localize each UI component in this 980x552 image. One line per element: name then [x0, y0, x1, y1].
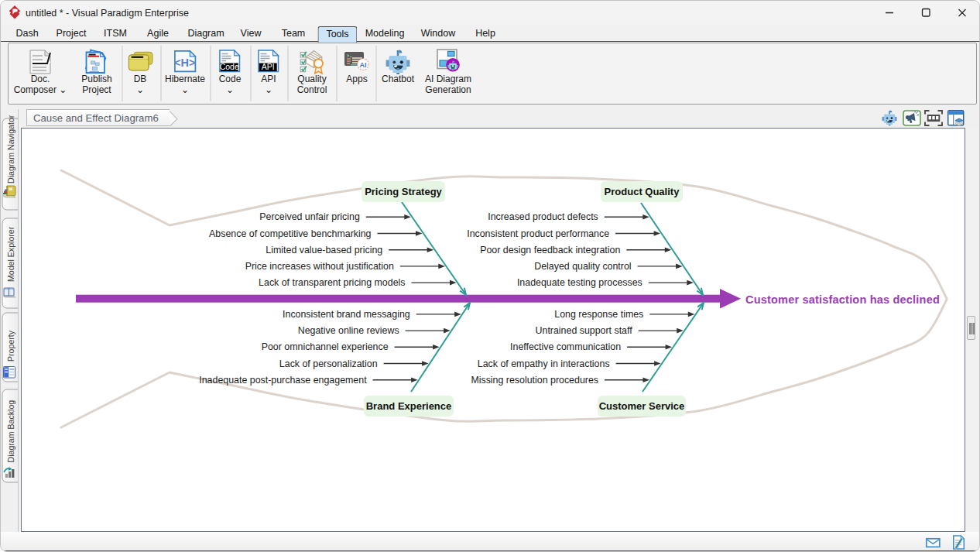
svg-text:Inadequate post-purchase engag: Inadequate post-purchase engagement	[199, 375, 367, 386]
svg-text:Increased product defects: Increased product defects	[488, 211, 598, 222]
svg-text:Ineffective communication: Ineffective communication	[510, 341, 621, 352]
svg-text:Customer Service: Customer Service	[599, 400, 685, 412]
svg-text:Inadequate testing processes: Inadequate testing processes	[517, 277, 642, 288]
svg-text:Long response times: Long response times	[554, 309, 643, 320]
svg-text:Lack of personalization: Lack of personalization	[279, 358, 378, 369]
svg-text:Product Quality: Product Quality	[605, 186, 680, 197]
svg-text:Poor design feedback integrati: Poor design feedback integration	[480, 245, 620, 255]
svg-text:Pricing Strategy: Pricing Strategy	[365, 186, 442, 197]
svg-text:Inconsistent brand messaging: Inconsistent brand messaging	[283, 309, 410, 320]
svg-text:Lack of empathy in interaction: Lack of empathy in interactions	[478, 358, 610, 369]
svg-text:Delayed quality control: Delayed quality control	[534, 261, 631, 272]
svg-text:Customer satisfaction has decl: Customer satisfaction has declined	[745, 293, 940, 306]
svg-text:Lack of transparent pricing mo: Lack of transparent pricing models	[259, 277, 405, 288]
svg-text:Brand Experience: Brand Experience	[366, 400, 452, 412]
svg-text:Poor omnichannel experience: Poor omnichannel experience	[262, 341, 389, 352]
svg-text:Missing resolution procedures: Missing resolution procedures	[471, 375, 598, 386]
svg-text:Inconsistent product performan: Inconsistent product performance	[467, 228, 609, 239]
svg-text:Limited value-based pricing: Limited value-based pricing	[266, 245, 382, 255]
svg-text:Price increases without justif: Price increases without justification	[245, 261, 394, 272]
svg-text:Absence of competitive benchma: Absence of competitive benchmarking	[209, 228, 371, 239]
svg-text:Perceived unfair pricing: Perceived unfair pricing	[259, 211, 360, 222]
svg-text:Untrained support staff: Untrained support staff	[536, 325, 633, 336]
svg-text:Negative online reviews: Negative online reviews	[298, 325, 399, 336]
